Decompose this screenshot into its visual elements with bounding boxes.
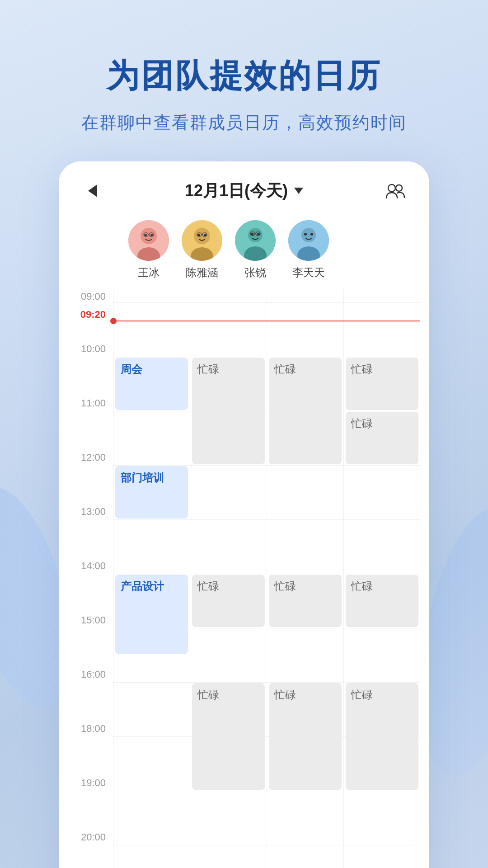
avatar-circle-1 xyxy=(182,220,222,261)
time-label-1000: 10:00 xyxy=(59,343,113,397)
calendar-grid: 09:00 09:20 10:00 11:00 12:00 13:00 14:0… xyxy=(59,289,429,868)
event-busy-col3-3: 忙碌 xyxy=(346,683,418,790)
date-dropdown-icon xyxy=(294,188,303,194)
time-label-1300: 13:00 xyxy=(59,506,113,560)
hero-subtitle: 在群聊中查看群成员日历，高效预约时间 xyxy=(0,111,488,134)
avatar-item-3[interactable]: 李天天 xyxy=(282,220,335,280)
busy-label: 忙碌 xyxy=(351,580,373,592)
current-time-indicator xyxy=(113,321,420,321)
busy-label: 忙碌 xyxy=(197,363,219,375)
busy-label: 忙碌 xyxy=(351,689,373,701)
avatars-row: 王冰 陈雅涵 xyxy=(59,216,429,289)
avatar-name-1: 陈雅涵 xyxy=(186,265,218,280)
header-date[interactable]: 12月1日(今天) xyxy=(185,180,303,202)
time-label-1100: 11:00 xyxy=(59,397,113,452)
svg-point-29 xyxy=(304,233,307,236)
event-busy-col3-1: 忙碌 xyxy=(346,412,418,464)
event-busy-col2-0: 忙碌 xyxy=(269,358,342,464)
event-label-zhouhui: 周会 xyxy=(121,363,142,375)
events-area: 周会 部门培训 产品设计 xyxy=(113,289,420,868)
avatar-item-1[interactable]: 陈雅涵 xyxy=(175,220,229,280)
time-label-1900: 19:00 xyxy=(59,777,113,831)
avatar-name-2: 张锐 xyxy=(244,265,266,280)
event-busy-col1-1: 忙碌 xyxy=(192,575,265,627)
svg-point-27 xyxy=(301,228,316,242)
event-busy-col2-1: 忙碌 xyxy=(269,575,342,627)
event-label-bumen: 部门培训 xyxy=(121,472,164,484)
avatar-circle-3 xyxy=(288,220,329,261)
event-busy-col1-0: 忙碌 xyxy=(192,358,265,464)
avatar-circle-2 xyxy=(235,220,276,261)
time-column: 09:00 09:20 10:00 11:00 12:00 13:00 14:0… xyxy=(59,289,113,859)
calendar-card: 12月1日(今天) xyxy=(59,161,429,868)
date-text: 12月1日(今天) xyxy=(185,180,288,202)
event-busy-col3-2: 忙碌 xyxy=(346,575,418,627)
avatar-item-0[interactable]: 王冰 xyxy=(122,220,175,280)
event-columns: 周会 部门培训 产品设计 xyxy=(113,289,420,868)
busy-label: 忙碌 xyxy=(197,689,219,701)
time-label-1700: 18:00 xyxy=(59,723,113,777)
hero-section: 为团队提效的日历 在群聊中查看群成员日历，高效预约时间 xyxy=(0,0,488,161)
time-label-1200: 12:00 xyxy=(59,452,113,506)
svg-point-11 xyxy=(194,228,210,244)
event-busy-col3-0: 忙碌 xyxy=(346,358,418,410)
avatar-item-2[interactable]: 张锐 xyxy=(229,220,282,280)
group-members-button[interactable] xyxy=(384,179,407,202)
event-label-product: 产品设计 xyxy=(121,580,164,592)
time-label-2000: 20:00 xyxy=(59,831,113,859)
time-label-1500: 15:00 xyxy=(59,614,113,669)
time-label-1400: 14:00 xyxy=(59,560,113,614)
current-time-label: 09:20 xyxy=(59,302,113,321)
svg-point-30 xyxy=(310,233,313,236)
hero-title: 为团队提效的日历 xyxy=(0,54,488,98)
avatar-circle-0 xyxy=(128,220,169,261)
time-label-1600: 16:00 xyxy=(59,669,113,723)
busy-label: 忙碌 xyxy=(274,580,296,592)
svg-point-3 xyxy=(141,228,157,244)
current-time-dot xyxy=(110,318,117,324)
busy-label: 忙碌 xyxy=(351,417,373,429)
svg-point-1 xyxy=(396,185,402,191)
event-bumentraining[interactable]: 部门培训 xyxy=(115,466,188,519)
svg-point-19 xyxy=(248,228,263,242)
event-zhouhui[interactable]: 周会 xyxy=(115,358,188,410)
avatar-name-3: 李天天 xyxy=(292,265,325,280)
busy-label: 忙碌 xyxy=(351,363,373,375)
svg-point-0 xyxy=(388,184,395,192)
event-col-0: 周会 部门培训 产品设计 xyxy=(113,289,190,868)
busy-label: 忙碌 xyxy=(197,580,219,592)
time-label-0900: 09:00 xyxy=(59,289,113,302)
calendar-header: 12月1日(今天) xyxy=(59,161,429,216)
event-busy-col2-2: 忙碌 xyxy=(269,683,342,790)
event-productdesign[interactable]: 产品设计 xyxy=(115,575,188,654)
back-chevron-icon xyxy=(88,184,97,197)
event-col-2: 忙碌 忙碌 忙碌 xyxy=(267,289,344,868)
back-button[interactable] xyxy=(81,179,104,202)
busy-label: 忙碌 xyxy=(274,363,296,375)
avatar-name-0: 王冰 xyxy=(138,265,160,280)
event-col-1: 忙碌 忙碌 忙碌 xyxy=(190,289,267,868)
busy-label: 忙碌 xyxy=(274,689,296,701)
event-col-3: 忙碌 忙碌 忙碌 忙碌 xyxy=(344,289,420,868)
event-busy-col1-2: 忙碌 xyxy=(192,683,265,790)
